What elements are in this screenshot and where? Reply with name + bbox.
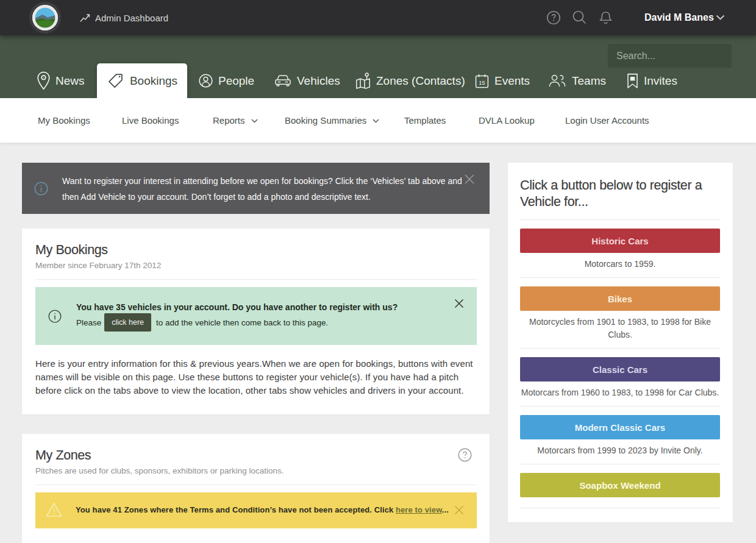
svg-text:15: 15: [479, 79, 485, 85]
